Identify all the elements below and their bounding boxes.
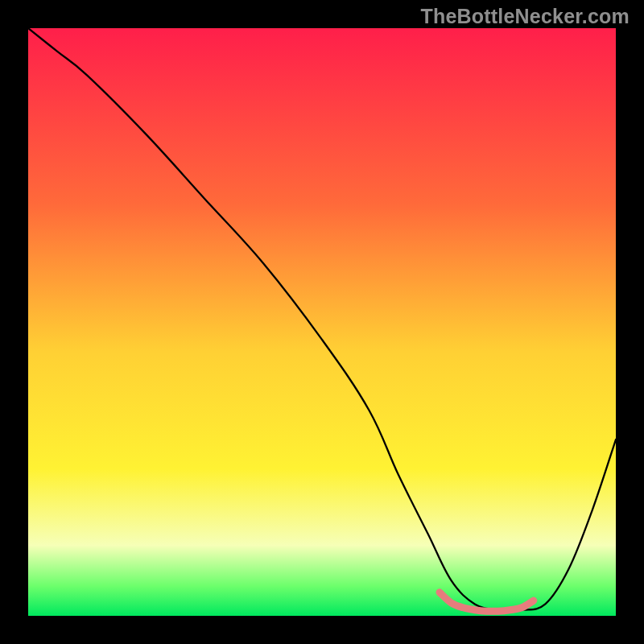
gradient-background xyxy=(28,28,616,616)
chart-frame: TheBottleNecker.com xyxy=(0,0,644,644)
plot-area xyxy=(28,28,616,616)
watermark-text: TheBottleNecker.com xyxy=(421,5,630,28)
chart-svg xyxy=(28,28,616,616)
